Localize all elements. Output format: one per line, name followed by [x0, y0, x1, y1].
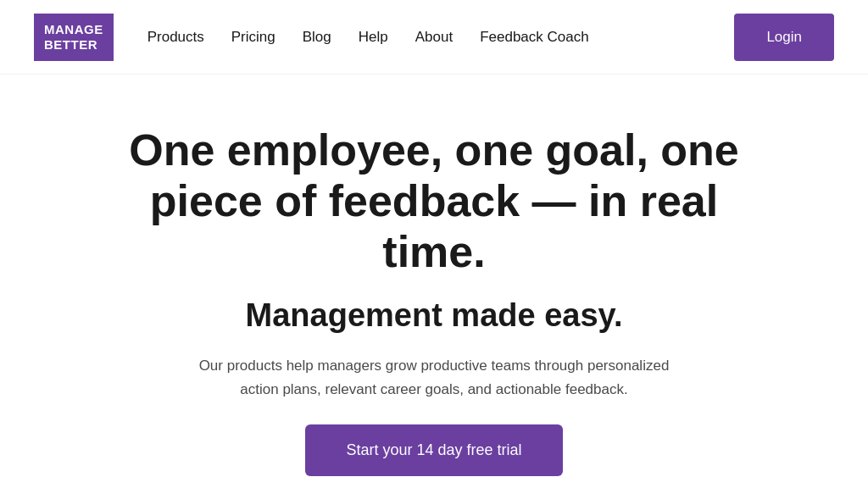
hero-section: One employee, one goal, one piece of fee… [0, 75, 868, 488]
logo: MANAGE BETTER [34, 14, 114, 61]
site-header: MANAGE BETTER Products Pricing Blog Help… [0, 0, 868, 75]
nav-item-feedback-coach[interactable]: Feedback Coach [480, 29, 589, 46]
nav-item-blog[interactable]: Blog [303, 29, 331, 46]
hero-subheadline: Management made easy. [246, 297, 623, 334]
nav-item-products[interactable]: Products [147, 29, 204, 46]
nav-item-about[interactable]: About [415, 29, 453, 46]
logo-line1: MANAGE [44, 22, 103, 36]
main-nav: Products Pricing Blog Help About Feedbac… [147, 29, 589, 46]
hero-description: Our products help managers grow producti… [188, 354, 680, 400]
logo-line2: BETTER [44, 37, 97, 52]
hero-headline: One employee, one goal, one piece of fee… [129, 125, 739, 277]
nav-item-pricing[interactable]: Pricing [231, 29, 275, 46]
logo-box: MANAGE BETTER [34, 14, 114, 61]
nav-item-help[interactable]: Help [359, 29, 388, 46]
cta-button[interactable]: Start your 14 day free trial [305, 424, 562, 476]
main-content: One employee, one goal, one piece of fee… [0, 75, 868, 488]
header-left: MANAGE BETTER Products Pricing Blog Help… [34, 14, 589, 61]
login-button[interactable]: Login [734, 14, 834, 61]
